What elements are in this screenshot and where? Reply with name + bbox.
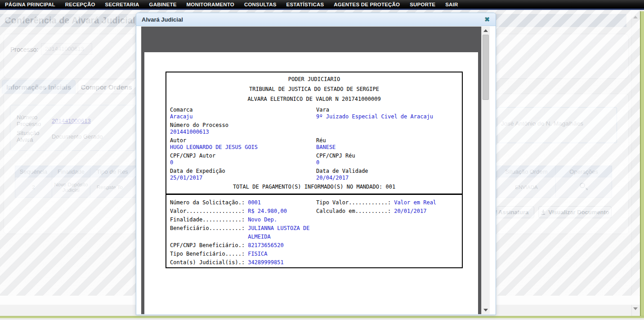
field-row-autor-reu: Autor HUGO LEONARDO DE JESUS GOIS Réu BA…	[170, 137, 458, 151]
cpf-autor-value: 0	[170, 159, 316, 166]
menu-item-pagina-principal[interactable]: PÁGINA PRINCIPAL	[0, 0, 60, 9]
field-row-processo: Número do Processo 201441000613	[170, 122, 458, 135]
payment-left-column: Número da Solicitação.:0001 Valor.......…	[170, 198, 316, 267]
field-row-datas: Data de Expedição 25/01/2017 Data de Val…	[170, 168, 458, 181]
document-page: PODER JUDICIARIO TRIBUNAL DE JUSTICA DO …	[144, 52, 478, 314]
cpf-reu-value: 0	[316, 159, 458, 166]
cpf-reu-label: CPF/CNPJ Réu	[316, 153, 458, 159]
menu-item-secretaria[interactable]: SECRETARIA	[100, 0, 144, 9]
comarca-value: Aracaju	[170, 113, 316, 120]
payment-right-column: Tipo Valor............:Valor em Real Cal…	[316, 198, 462, 267]
autor-value: HUGO LEONARDO DE JESUS GOIS	[170, 144, 316, 151]
cpf-beneficiario-value: 82173656520	[248, 242, 283, 248]
below-frame-strip	[0, 318, 644, 320]
menu-item-consultas[interactable]: CONSULTAS	[239, 0, 282, 9]
cpf-beneficiario-row: CPF/CNPJ Beneficiário.:82173656520	[170, 241, 316, 250]
document-header: PODER JUDICIARIO TRIBUNAL DE JUSTICA DO …	[166, 72, 462, 104]
document-viewer-canvas: PODER JUDICIARIO TRIBUNAL DE JUSTICA DO …	[141, 27, 481, 314]
close-icon[interactable]: ✖	[483, 15, 491, 23]
valor-row: Valor.................:R$ 24.980,00	[170, 207, 316, 216]
menu-item-gabinete[interactable]: GABINETE	[144, 0, 182, 9]
total-pagamentos-line: TOTAL DE PAGAMENTO(S) INFORMADO(S) NO MA…	[166, 183, 462, 191]
calculado-em-value: 20/01/2017	[394, 208, 426, 214]
tipo-valor-label: Tipo Valor............:	[316, 199, 391, 206]
data-expedicao-value: 25/01/2017	[170, 175, 316, 181]
dialog-title: Alvará Judicial	[142, 16, 183, 23]
numero-do-processo-value: 201441000613	[170, 129, 316, 135]
payment-section: Número da Solicitação.:0001 Valor.......…	[166, 195, 462, 267]
menu-item-recepcao[interactable]: RECEPÇÃO	[60, 0, 100, 9]
data-expedicao-label: Data de Expedição	[170, 168, 316, 175]
viewer-scroll-down-icon[interactable]	[483, 309, 488, 311]
conta-judicial-row: Conta(s) Judicial(is).:34289999851	[170, 258, 316, 267]
reu-label: Réu	[316, 137, 458, 144]
autor-label: Autor	[170, 137, 316, 144]
conta-judicial-label: Conta(s) Judicial(is).:	[170, 259, 245, 266]
top-menu-bar: PÁGINA PRINCIPAL RECEPÇÃO SECRETARIA GAB…	[0, 0, 644, 10]
data-validade-value: 20/04/2017	[316, 175, 458, 181]
cpf-beneficiario-label: CPF/CNPJ Beneficiário.:	[170, 242, 245, 248]
menu-item-estatisticas[interactable]: ESTATÍSTICAS	[282, 0, 329, 9]
viewer-scroll-up-icon[interactable]	[483, 29, 488, 32]
solicitacao-label: Número da Solicitação.:	[170, 199, 245, 206]
numero-do-processo-label: Número do Processo	[170, 122, 316, 129]
menu-item-sair[interactable]: SAIR	[440, 0, 463, 9]
cpf-autor-label: CPF/CNPJ Autor	[170, 153, 316, 159]
tipo-beneficiario-label: Tipo Beneficiário.....:	[170, 251, 245, 257]
tipo-valor-row: Tipo Valor............:Valor em Real	[316, 198, 462, 207]
data-validade-label: Data de Validade	[316, 168, 458, 175]
vara-label: Vara	[316, 107, 458, 113]
finalidade-row: Finalidade............:Novo Dep.	[170, 216, 316, 224]
alvara-judicial-dialog: Alvará Judicial ✖ PODER JUDICIARIO TRIBU…	[136, 13, 496, 315]
beneficiario-label: Beneficiário..........:	[170, 225, 245, 231]
field-row-comarca-vara: Comarca Aracaju Vara 9º Juizado Especial…	[170, 107, 458, 120]
solicitacao-value: 0001	[248, 199, 261, 206]
solicitacao-row: Número da Solicitação.:0001	[170, 198, 316, 207]
reu-value: BANESE	[316, 144, 458, 151]
document-fields: Comarca Aracaju Vara 9º Juizado Especial…	[166, 104, 462, 181]
doc-header-line-2: TRIBUNAL DE JUSTICA DO ESTADO DE SERGIPE	[166, 84, 462, 94]
tipo-beneficiario-value: FISICA	[248, 251, 267, 257]
menu-item-agentes-de-protecao[interactable]: AGENTES DE PROTEÇÃO	[329, 0, 405, 9]
viewer-scrollbar-thumb[interactable]	[483, 35, 489, 100]
vara-value: 9º Juizado Especial Civel de Aracaju	[316, 113, 458, 120]
screen: PÁGINA PRINCIPAL RECEPÇÃO SECRETARIA GAB…	[0, 0, 644, 320]
beneficiario-value: JULIANNA LUSTOZA DE ALMEIDA	[248, 224, 321, 241]
doc-header-line-3: ALVARA ELETRONICO DE VALOR N 20174100000…	[166, 94, 462, 104]
dialog-title-bar[interactable]: Alvará Judicial ✖	[136, 13, 496, 26]
tipo-valor-value: Valor em Real	[394, 199, 436, 206]
document-viewer: PODER JUDICIARIO TRIBUNAL DE JUSTICA DO …	[141, 27, 490, 314]
calculado-em-row: Calculado em..........:20/01/2017	[316, 207, 462, 216]
comarca-label: Comarca	[170, 107, 316, 113]
valor-value: R$ 24.980,00	[248, 208, 287, 214]
menu-item-suporte[interactable]: SUPORTE	[405, 0, 440, 9]
finalidade-value: Novo Dep.	[248, 216, 277, 223]
field-row-cpf: CPF/CNPJ Autor 0 CPF/CNPJ Réu 0	[170, 153, 458, 166]
viewer-scrollbar[interactable]	[481, 27, 490, 314]
finalidade-label: Finalidade............:	[170, 216, 245, 223]
window-frame-right	[640, 11, 644, 318]
menu-item-monitoramento[interactable]: MONITORAMENTO	[182, 0, 239, 9]
calculado-em-label: Calculado em..........:	[316, 208, 391, 214]
alvara-document: PODER JUDICIARIO TRIBUNAL DE JUSTICA DO …	[165, 72, 463, 268]
conta-judicial-value: 34289999851	[248, 259, 283, 266]
doc-header-line-1: PODER JUDICIARIO	[166, 74, 462, 84]
tipo-beneficiario-row: Tipo Beneficiário.....:FISICA	[170, 250, 316, 258]
valor-label: Valor.................:	[170, 208, 245, 214]
scroll-down-icon[interactable]	[633, 307, 638, 310]
beneficiario-row: Beneficiário..........:JULIANNA LUSTOZA …	[170, 224, 316, 241]
